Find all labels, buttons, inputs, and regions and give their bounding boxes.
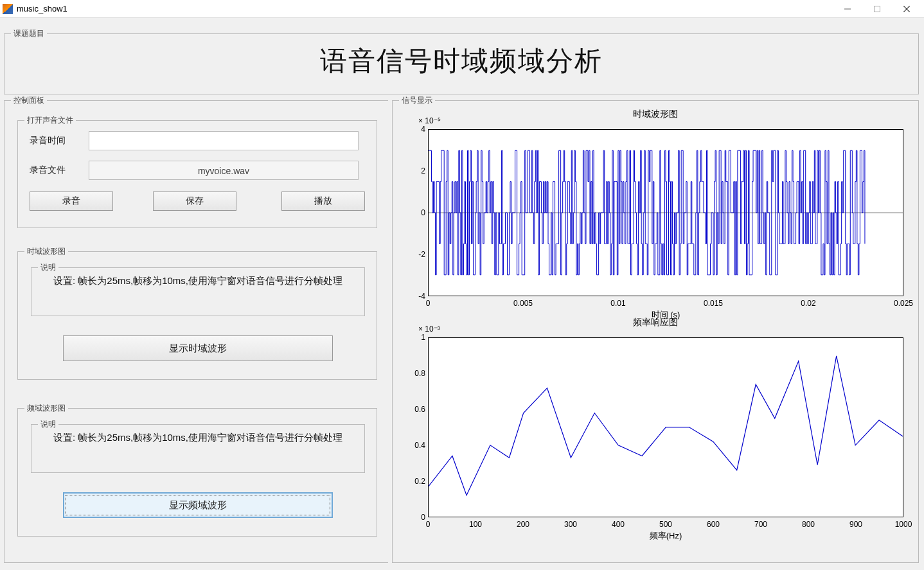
- panel-time-desc-legend: 说明: [38, 262, 58, 273]
- panel-freq-legend: 频域波形图: [24, 403, 68, 414]
- axes1-ytick: 4: [406, 125, 425, 134]
- matlab-app-icon: [3, 4, 13, 14]
- play-button[interactable]: 播放: [281, 191, 365, 211]
- axes1-y-exponent: × 10⁻⁵: [418, 116, 441, 125]
- save-button[interactable]: 保存: [153, 191, 236, 211]
- panel-open-file-legend: 打开声音文件: [24, 115, 76, 126]
- axes-time[interactable]: [428, 129, 903, 296]
- axes1-ytick: 2: [406, 166, 425, 175]
- axes2-ytick: 0.4: [406, 441, 425, 450]
- display-rec-filename: myvoice.wav: [89, 161, 359, 180]
- figure-client-area: 课题题目 语音信号时域频域分析 控制面板 打开声音文件 录音时间 录音文件 my…: [0, 18, 924, 570]
- axes1-ytick: 0: [406, 208, 425, 217]
- freq-desc-text: 设置: 帧长为25ms,帧移为10ms,使用海宁窗对语音信号进行分帧处理: [31, 425, 364, 450]
- show-time-waveform-button[interactable]: 显示时域波形: [63, 335, 333, 361]
- axes2-xtick: 900: [849, 520, 862, 529]
- axes1-ytick: -4: [406, 292, 425, 301]
- window-titlebar: music_show1: [0, 0, 924, 18]
- window-title: music_show1: [17, 4, 67, 13]
- axes1-xtick: 0.015: [704, 299, 723, 308]
- axes1-xtick: 0: [426, 299, 431, 308]
- record-button[interactable]: 录音: [30, 191, 113, 211]
- axes2-xtick: 600: [707, 520, 720, 529]
- axes2-xtick: 400: [612, 520, 625, 529]
- axes2-title: 频率响应图: [393, 317, 918, 328]
- axes2-xtick: 800: [802, 520, 815, 529]
- svg-rect-1: [875, 6, 880, 12]
- axes1-xtick: 0.025: [894, 299, 913, 308]
- axes2-ytick: 0.6: [406, 405, 425, 414]
- axes1-xtick: 0.02: [801, 299, 815, 308]
- label-rec-time: 录音时间: [30, 135, 66, 147]
- maximize-button[interactable]: [862, 0, 892, 18]
- axes2-xtick: 500: [659, 520, 672, 529]
- minimize-button[interactable]: [833, 0, 862, 18]
- axes2-xtick: 200: [517, 520, 529, 529]
- panel-signal: 信号显示 时域波形图 × 10⁻⁵ 时间 (s) 频率响应图 × 10⁻³ 频率…: [392, 100, 919, 563]
- panel-open-file: 打开声音文件 录音时间 录音文件 myvoice.wav 录音 保存 播放: [17, 120, 377, 228]
- axes2-xtick: 100: [469, 520, 482, 529]
- axes2-xtick: 0: [426, 520, 431, 529]
- axes2-xtick: 300: [564, 520, 577, 529]
- big-title: 语音信号时域频域分析: [4, 34, 918, 79]
- panel-signal-legend: 信号显示: [399, 95, 435, 106]
- panel-time: 时域波形图 说明 设置: 帧长为25ms,帧移为10ms,使用海宁窗对语音信号进…: [17, 251, 377, 380]
- panel-topic-legend: 课题题目: [11, 28, 47, 39]
- axes2-y-exponent: × 10⁻³: [418, 325, 440, 334]
- input-rec-time[interactable]: [89, 131, 359, 150]
- axes1-ytick: -2: [406, 250, 425, 259]
- panel-topic: 课题题目 语音信号时域频域分析: [4, 33, 919, 94]
- label-rec-file: 录音文件: [30, 165, 66, 176]
- axes2-ytick: 0: [406, 513, 425, 522]
- panel-freq-desc-legend: 说明: [38, 419, 58, 430]
- time-desc-text: 设置: 帧长为25ms,帧移为10ms,使用海宁窗对语音信号进行分帧处理: [31, 268, 364, 294]
- panel-time-desc: 说明 设置: 帧长为25ms,帧移为10ms,使用海宁窗对语音信号进行分帧处理: [31, 267, 365, 316]
- panel-freq: 频域波形图 说明 设置: 帧长为25ms,帧移为10ms,使用海宁窗对语音信号进…: [17, 408, 377, 537]
- axes1-xtick: 0.005: [513, 299, 533, 308]
- panel-time-legend: 时域波形图: [24, 246, 68, 257]
- panel-control: 控制面板 打开声音文件 录音时间 录音文件 myvoice.wav 录音 保存 …: [4, 100, 388, 563]
- axes-freq[interactable]: [428, 337, 903, 517]
- axes2-xtick: 1000: [895, 520, 912, 529]
- close-button[interactable]: [892, 0, 921, 18]
- axes1-title: 时域波形图: [393, 109, 918, 120]
- panel-freq-desc: 说明 设置: 帧长为25ms,帧移为10ms,使用海宁窗对语音信号进行分帧处理: [31, 424, 365, 473]
- axes2-xlabel: 频率(Hz): [650, 530, 682, 542]
- show-freq-waveform-button[interactable]: 显示频域波形: [63, 492, 333, 518]
- panel-control-legend: 控制面板: [11, 95, 47, 106]
- axes1-xtick: 0.01: [610, 299, 625, 308]
- axes2-xtick: 700: [754, 520, 767, 529]
- axes2-ytick: 0.8: [406, 369, 425, 378]
- axes2-ytick: 1: [406, 333, 425, 342]
- axes2-ytick: 0.2: [406, 477, 425, 486]
